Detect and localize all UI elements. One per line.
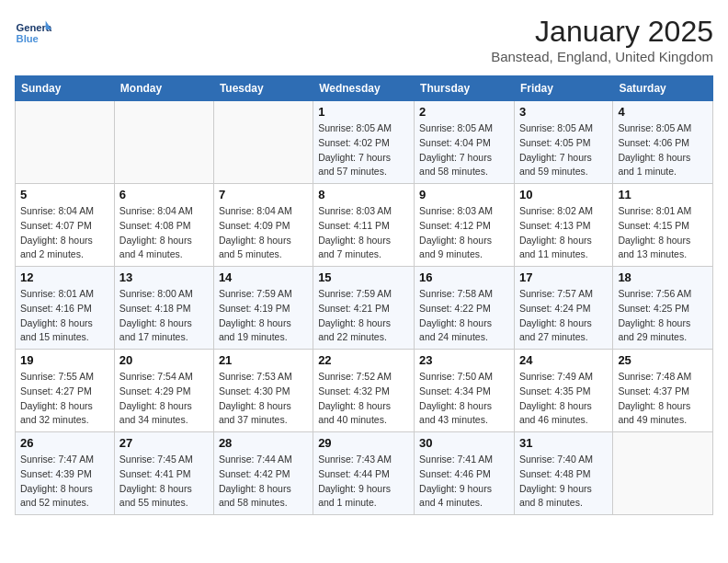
day-number: 16: [419, 270, 509, 284]
calendar-cell: 19Sunrise: 7:55 AM Sunset: 4:27 PM Dayli…: [16, 350, 115, 432]
day-number: 27: [119, 436, 209, 450]
weekday-header-sunday: Sunday: [16, 76, 115, 101]
day-info: Sunrise: 7:48 AM Sunset: 4:37 PM Dayligh…: [618, 370, 708, 428]
day-info: Sunrise: 7:44 AM Sunset: 4:42 PM Dayligh…: [219, 453, 308, 511]
day-info: Sunrise: 8:05 AM Sunset: 4:02 PM Dayligh…: [318, 121, 409, 179]
title-area: January 2025 Banstead, England, United K…: [491, 15, 713, 64]
calendar-cell: [114, 101, 213, 184]
weekday-header-thursday: Thursday: [415, 76, 515, 101]
weekday-header-wednesday: Wednesday: [313, 76, 415, 101]
calendar-cell: 22Sunrise: 7:52 AM Sunset: 4:32 PM Dayli…: [313, 350, 415, 432]
header: General Blue January 2025 Banstead, Engl…: [15, 15, 713, 64]
calendar-cell: 24Sunrise: 7:49 AM Sunset: 4:35 PM Dayli…: [514, 350, 612, 432]
day-info: Sunrise: 8:01 AM Sunset: 4:16 PM Dayligh…: [20, 287, 109, 345]
day-info: Sunrise: 7:55 AM Sunset: 4:27 PM Dayligh…: [20, 370, 109, 428]
day-info: Sunrise: 7:53 AM Sunset: 4:30 PM Dayligh…: [219, 370, 308, 428]
day-info: Sunrise: 7:43 AM Sunset: 4:44 PM Dayligh…: [318, 453, 409, 511]
day-number: 20: [119, 353, 209, 367]
calendar-cell: 23Sunrise: 7:50 AM Sunset: 4:34 PM Dayli…: [415, 350, 515, 432]
day-number: 22: [318, 353, 409, 367]
day-info: Sunrise: 7:41 AM Sunset: 4:46 PM Dayligh…: [419, 453, 509, 511]
weekday-header-friday: Friday: [514, 76, 612, 101]
day-number: 10: [519, 188, 608, 201]
day-number: 8: [318, 188, 409, 201]
calendar-cell: 5Sunrise: 8:04 AM Sunset: 4:07 PM Daylig…: [16, 184, 115, 267]
calendar-cell: 11Sunrise: 8:01 AM Sunset: 4:15 PM Dayli…: [613, 184, 713, 267]
day-number: 31: [519, 436, 608, 450]
day-info: Sunrise: 8:04 AM Sunset: 4:09 PM Dayligh…: [219, 204, 308, 262]
day-info: Sunrise: 8:00 AM Sunset: 4:18 PM Dayligh…: [119, 287, 209, 345]
day-number: 13: [119, 270, 209, 284]
day-number: 29: [318, 436, 409, 450]
day-info: Sunrise: 8:05 AM Sunset: 4:04 PM Dayligh…: [419, 121, 509, 179]
calendar-cell: 29Sunrise: 7:43 AM Sunset: 4:44 PM Dayli…: [313, 432, 415, 515]
calendar-cell: 2Sunrise: 8:05 AM Sunset: 4:04 PM Daylig…: [415, 101, 515, 184]
calendar-cell: 31Sunrise: 7:40 AM Sunset: 4:48 PM Dayli…: [514, 432, 612, 515]
svg-text:Blue: Blue: [17, 33, 39, 44]
weekday-header-monday: Monday: [114, 76, 213, 101]
calendar-cell: 17Sunrise: 7:57 AM Sunset: 4:24 PM Dayli…: [514, 267, 612, 350]
calendar-cell: 25Sunrise: 7:48 AM Sunset: 4:37 PM Dayli…: [613, 350, 713, 432]
weekday-header-tuesday: Tuesday: [213, 76, 313, 101]
day-number: 17: [519, 270, 608, 284]
calendar-cell: [213, 101, 313, 184]
day-info: Sunrise: 7:58 AM Sunset: 4:22 PM Dayligh…: [419, 287, 509, 345]
day-number: 9: [419, 188, 509, 201]
day-number: 11: [618, 188, 708, 201]
day-info: Sunrise: 8:05 AM Sunset: 4:06 PM Dayligh…: [618, 121, 708, 179]
day-info: Sunrise: 8:05 AM Sunset: 4:05 PM Dayligh…: [519, 121, 608, 179]
logo: General Blue: [15, 15, 55, 52]
day-info: Sunrise: 7:50 AM Sunset: 4:34 PM Dayligh…: [419, 370, 509, 428]
calendar-cell: 18Sunrise: 7:56 AM Sunset: 4:25 PM Dayli…: [613, 267, 713, 350]
day-info: Sunrise: 8:02 AM Sunset: 4:13 PM Dayligh…: [519, 204, 608, 262]
day-info: Sunrise: 7:59 AM Sunset: 4:19 PM Dayligh…: [219, 287, 308, 345]
calendar-cell: 14Sunrise: 7:59 AM Sunset: 4:19 PM Dayli…: [213, 267, 313, 350]
calendar-cell: 20Sunrise: 7:54 AM Sunset: 4:29 PM Dayli…: [114, 350, 213, 432]
day-info: Sunrise: 8:03 AM Sunset: 4:11 PM Dayligh…: [318, 204, 409, 262]
calendar-cell: 30Sunrise: 7:41 AM Sunset: 4:46 PM Dayli…: [415, 432, 515, 515]
calendar-cell: 13Sunrise: 8:00 AM Sunset: 4:18 PM Dayli…: [114, 267, 213, 350]
day-number: 30: [419, 436, 509, 450]
day-number: 24: [519, 353, 608, 367]
day-info: Sunrise: 8:03 AM Sunset: 4:12 PM Dayligh…: [419, 204, 509, 262]
calendar-cell: 16Sunrise: 7:58 AM Sunset: 4:22 PM Dayli…: [415, 267, 515, 350]
calendar-cell: 27Sunrise: 7:45 AM Sunset: 4:41 PM Dayli…: [114, 432, 213, 515]
calendar-cell: 1Sunrise: 8:05 AM Sunset: 4:02 PM Daylig…: [313, 101, 415, 184]
day-number: 6: [119, 188, 209, 201]
day-info: Sunrise: 8:04 AM Sunset: 4:07 PM Dayligh…: [20, 204, 109, 262]
calendar-cell: 10Sunrise: 8:02 AM Sunset: 4:13 PM Dayli…: [514, 184, 612, 267]
day-number: 15: [318, 270, 409, 284]
day-number: 21: [219, 353, 308, 367]
calendar-cell: 26Sunrise: 7:47 AM Sunset: 4:39 PM Dayli…: [16, 432, 115, 515]
logo-icon: General Blue: [15, 15, 51, 52]
calendar-cell: 4Sunrise: 8:05 AM Sunset: 4:06 PM Daylig…: [613, 101, 713, 184]
day-info: Sunrise: 7:49 AM Sunset: 4:35 PM Dayligh…: [519, 370, 608, 428]
day-info: Sunrise: 7:45 AM Sunset: 4:41 PM Dayligh…: [119, 453, 209, 511]
day-info: Sunrise: 7:54 AM Sunset: 4:29 PM Dayligh…: [119, 370, 209, 428]
calendar-cell: 21Sunrise: 7:53 AM Sunset: 4:30 PM Dayli…: [213, 350, 313, 432]
day-info: Sunrise: 7:47 AM Sunset: 4:39 PM Dayligh…: [20, 453, 109, 511]
day-info: Sunrise: 8:04 AM Sunset: 4:08 PM Dayligh…: [119, 204, 209, 262]
weekday-header-saturday: Saturday: [613, 76, 713, 101]
day-number: 28: [219, 436, 308, 450]
day-number: 1: [318, 105, 409, 119]
day-info: Sunrise: 7:57 AM Sunset: 4:24 PM Dayligh…: [519, 287, 608, 345]
month-title: January 2025: [491, 15, 713, 49]
day-info: Sunrise: 8:01 AM Sunset: 4:15 PM Dayligh…: [618, 204, 708, 262]
day-info: Sunrise: 7:56 AM Sunset: 4:25 PM Dayligh…: [618, 287, 708, 345]
calendar-cell: 28Sunrise: 7:44 AM Sunset: 4:42 PM Dayli…: [213, 432, 313, 515]
day-number: 19: [20, 353, 109, 367]
day-info: Sunrise: 7:59 AM Sunset: 4:21 PM Dayligh…: [318, 287, 409, 345]
day-number: 26: [20, 436, 109, 450]
day-number: 2: [419, 105, 509, 119]
day-number: 4: [618, 105, 708, 119]
calendar-cell: [16, 101, 115, 184]
calendar-cell: 8Sunrise: 8:03 AM Sunset: 4:11 PM Daylig…: [313, 184, 415, 267]
calendar-cell: 15Sunrise: 7:59 AM Sunset: 4:21 PM Dayli…: [313, 267, 415, 350]
day-number: 18: [618, 270, 708, 284]
day-info: Sunrise: 7:52 AM Sunset: 4:32 PM Dayligh…: [318, 370, 409, 428]
day-number: 23: [419, 353, 509, 367]
day-number: 25: [618, 353, 708, 367]
location: Banstead, England, United Kingdom: [491, 49, 713, 64]
calendar-cell: 6Sunrise: 8:04 AM Sunset: 4:08 PM Daylig…: [114, 184, 213, 267]
